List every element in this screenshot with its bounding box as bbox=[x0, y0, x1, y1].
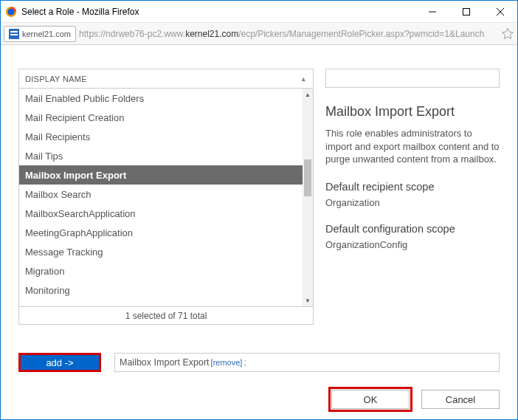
dialog-content: DISPLAY NAME ▲ Mail Enabled Public Folde… bbox=[1, 45, 517, 419]
cancel-button-label: Cancel bbox=[446, 394, 475, 405]
list-item[interactable]: Mailbox Import Export bbox=[19, 165, 303, 185]
minimize-button[interactable] bbox=[415, 1, 449, 22]
selected-role-item: Mailbox Import Export bbox=[120, 357, 210, 368]
window-frame: Select a Role - Mozilla Firefox kernel21… bbox=[0, 0, 518, 420]
site-favicon-icon bbox=[9, 29, 19, 39]
column-header-displayname: DISPLAY NAME bbox=[25, 75, 300, 83]
sort-ascending-icon: ▲ bbox=[300, 75, 307, 83]
selected-role-tail: ; bbox=[244, 357, 246, 368]
list-footer-status: 1 selected of 71 total bbox=[19, 306, 313, 324]
search-input[interactable] bbox=[325, 69, 500, 88]
list-body: Mail Enabled Public FoldersMail Recipien… bbox=[19, 89, 313, 306]
titlebar: Select a Role - Mozilla Firefox bbox=[1, 1, 517, 23]
list-items: Mail Enabled Public FoldersMail Recipien… bbox=[19, 89, 303, 306]
list-item[interactable]: Message Tracking bbox=[19, 242, 303, 261]
list-item[interactable]: Migration bbox=[19, 261, 303, 280]
ok-button[interactable]: OK bbox=[331, 390, 410, 409]
dialog-buttons: OK Cancel bbox=[18, 390, 500, 409]
ok-button-label: OK bbox=[364, 394, 378, 405]
close-icon bbox=[497, 8, 504, 16]
add-button[interactable]: add -> bbox=[18, 353, 101, 372]
panes: DISPLAY NAME ▲ Mail Enabled Public Folde… bbox=[18, 69, 500, 325]
role-list-panel: DISPLAY NAME ▲ Mail Enabled Public Folde… bbox=[18, 69, 314, 325]
svg-rect-7 bbox=[10, 31, 18, 32]
config-scope-label: Default configuration scope bbox=[325, 223, 500, 235]
list-item[interactable]: Mail Tips bbox=[19, 146, 303, 165]
detail-description: This role enables administrators to impo… bbox=[325, 127, 500, 166]
list-item[interactable]: Monitoring bbox=[19, 280, 303, 300]
url-prefix: https://ndrweb76-pc2.www. bbox=[79, 29, 185, 39]
remove-link[interactable]: [remove] bbox=[211, 358, 243, 367]
add-row: add -> Mailbox Import Export [remove] ; bbox=[18, 353, 500, 372]
firefox-icon bbox=[5, 6, 17, 18]
list-item[interactable]: Mail Enabled Public Folders bbox=[19, 89, 303, 108]
address-bar: kernel21.com https://ndrweb76-pc2.www.ke… bbox=[1, 23, 517, 45]
detail-panel: Mailbox Import Export This role enables … bbox=[325, 69, 500, 325]
close-button[interactable] bbox=[483, 1, 517, 22]
list-item[interactable]: Mailbox Search bbox=[19, 185, 303, 204]
recipient-scope-label: Default recipient scope bbox=[325, 181, 500, 193]
maximize-icon bbox=[463, 8, 470, 16]
list-item[interactable]: Move Mailboxes bbox=[19, 300, 303, 306]
scroll-track[interactable] bbox=[303, 100, 313, 295]
site-identity-label: kernel21.com bbox=[22, 30, 71, 38]
scroll-thumb[interactable] bbox=[304, 159, 311, 196]
role-detail: Mailbox Import Export This role enables … bbox=[325, 88, 500, 265]
scroll-up-icon[interactable]: ▲ bbox=[303, 89, 313, 100]
list-item[interactable]: MailboxSearchApplication bbox=[19, 204, 303, 223]
recipient-scope-value: Organization bbox=[325, 197, 500, 208]
svg-rect-8 bbox=[10, 34, 18, 35]
config-scope-value: OrganizationConfig bbox=[325, 239, 500, 250]
bookmark-star-icon[interactable] bbox=[501, 27, 514, 41]
url-host: kernel21.com bbox=[185, 29, 238, 39]
selected-roles-box[interactable]: Mailbox Import Export [remove] ; bbox=[114, 353, 500, 372]
window-controls bbox=[415, 1, 517, 22]
detail-title: Mailbox Import Export bbox=[325, 104, 500, 120]
list-item[interactable]: MeetingGraphApplication bbox=[19, 223, 303, 242]
scrollbar[interactable]: ▲ ▼ bbox=[303, 89, 313, 306]
window-title: Select a Role - Mozilla Firefox bbox=[21, 7, 415, 17]
scroll-down-icon[interactable]: ▼ bbox=[303, 295, 313, 306]
maximize-button[interactable] bbox=[449, 1, 483, 22]
site-identity-badge[interactable]: kernel21.com bbox=[4, 26, 76, 42]
add-button-label: add -> bbox=[46, 357, 73, 368]
url-display[interactable]: https://ndrweb76-pc2.www.kernel21.com/ec… bbox=[79, 29, 498, 39]
svg-rect-3 bbox=[463, 8, 470, 15]
cancel-button[interactable]: Cancel bbox=[421, 390, 500, 409]
url-suffix: /ecp/Pickers/ManagementRolePicker.aspx?p… bbox=[238, 29, 484, 39]
minimize-icon bbox=[429, 8, 436, 16]
list-header[interactable]: DISPLAY NAME ▲ bbox=[19, 69, 313, 89]
list-item[interactable]: Mail Recipient Creation bbox=[19, 108, 303, 127]
list-item[interactable]: Mail Recipients bbox=[19, 127, 303, 146]
